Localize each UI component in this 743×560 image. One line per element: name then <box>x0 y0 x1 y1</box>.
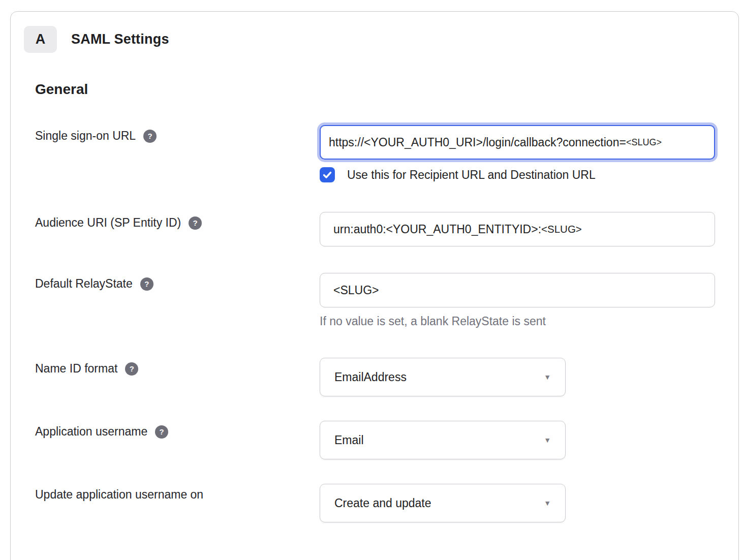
nameid-label-col: Name ID format ? <box>35 358 320 376</box>
audience-uri-label: Audience URI (SP Entity ID) <box>35 216 181 230</box>
audience-uri-input[interactable]: urn:auth0:<YOUR_AUTH0_ENTITYID>:<SLUG> <box>320 212 715 246</box>
nameid-format-select[interactable]: EmailAddress ▼ <box>320 358 566 396</box>
saml-settings-card: A SAML Settings General Single sign-on U… <box>10 11 739 560</box>
updateusername-control-col: Create and update ▼ <box>320 484 715 522</box>
chevron-down-icon: ▼ <box>544 436 551 444</box>
audience-label-col: Audience URI (SP Entity ID) ? <box>35 212 320 230</box>
update-app-username-select[interactable]: Create and update ▼ <box>320 484 566 522</box>
relaystate-label-col: Default RelayState ? <box>35 273 320 291</box>
nameid-format-label: Name ID format <box>35 362 117 376</box>
sso-label-col: Single sign-on URL ? <box>35 125 320 143</box>
sso-url-slug-token: <SLUG> <box>626 137 662 148</box>
app-username-value: Email <box>334 433 364 447</box>
nameid-format-value: EmailAddress <box>334 370 407 384</box>
nameid-control-col: EmailAddress ▼ <box>320 358 715 396</box>
appusername-label-col: Application username ? <box>35 421 320 439</box>
audience-slug-token: <SLUG> <box>541 223 582 235</box>
section-title-general: General <box>35 81 715 98</box>
chevron-down-icon: ▼ <box>544 499 551 507</box>
help-icon[interactable]: ? <box>140 277 153 291</box>
update-app-username-value: Create and update <box>334 496 431 510</box>
appusername-control-col: Email ▼ <box>320 421 715 459</box>
help-icon[interactable]: ? <box>125 362 138 376</box>
sso-url-label: Single sign-on URL <box>35 129 136 143</box>
field-row-relaystate: Default RelayState ? <SLUG> If no value … <box>35 273 715 328</box>
audience-uri-value: urn:auth0:<YOUR_AUTH0_ENTITYID>: <box>333 223 541 236</box>
help-icon[interactable]: ? <box>189 216 202 230</box>
chevron-down-icon: ▼ <box>544 373 551 381</box>
card-header: A SAML Settings <box>24 26 715 53</box>
sso-control-col: https://<YOUR_AUTH0_URI>/login/callback?… <box>320 125 715 182</box>
sso-url-input[interactable]: https://<YOUR_AUTH0_URI>/login/callback?… <box>320 125 715 160</box>
audience-control-col: urn:auth0:<YOUR_AUTH0_ENTITYID>:<SLUG> <box>320 212 715 246</box>
help-icon[interactable]: ? <box>143 130 157 143</box>
recipient-url-checkbox[interactable] <box>320 167 335 182</box>
updateusername-label-col: Update application username on <box>35 484 320 502</box>
field-row-nameid: Name ID format ? EmailAddress ▼ <box>35 358 715 396</box>
field-row-updateusername: Update application username on Create an… <box>35 484 715 522</box>
relaystate-control-col: <SLUG> If no value is set, a blank Relay… <box>320 273 715 328</box>
help-icon[interactable]: ? <box>155 425 168 439</box>
app-username-select[interactable]: Email ▼ <box>320 421 566 459</box>
field-row-sso: Single sign-on URL ? https://<YOUR_AUTH0… <box>35 125 715 182</box>
section-badge: A <box>24 26 57 53</box>
relaystate-label: Default RelayState <box>35 277 133 291</box>
app-username-label: Application username <box>35 425 147 439</box>
relaystate-input[interactable]: <SLUG> <box>320 273 715 307</box>
page-title: SAML Settings <box>71 32 169 47</box>
recipient-url-checkbox-label: Use this for Recipient URL and Destinati… <box>347 168 596 182</box>
recipient-url-checkbox-row: Use this for Recipient URL and Destinati… <box>320 167 715 182</box>
field-row-audience: Audience URI (SP Entity ID) ? urn:auth0:… <box>35 212 715 246</box>
sso-url-value: https://<YOUR_AUTH0_URI>/login/callback?… <box>329 136 626 149</box>
checkmark-icon <box>322 170 332 180</box>
update-app-username-label: Update application username on <box>35 488 203 502</box>
relaystate-value: <SLUG> <box>333 284 379 297</box>
relaystate-help-text: If no value is set, a blank RelayState i… <box>320 315 715 328</box>
field-row-appusername: Application username ? Email ▼ <box>35 421 715 459</box>
